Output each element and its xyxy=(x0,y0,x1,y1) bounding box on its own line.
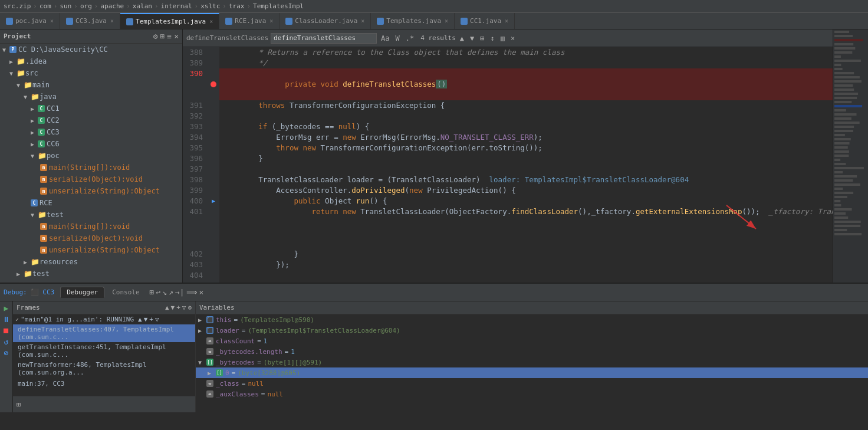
next-result-btn[interactable]: ▼ xyxy=(468,34,476,42)
tree-cc6[interactable]: ▶ C CC6 xyxy=(0,138,182,150)
var-bytecodes-0[interactable]: ▶ [] 0 = (byte[3288]@605) xyxy=(196,367,868,378)
tab-close-poc[interactable]: × xyxy=(50,18,54,24)
tree-cc2[interactable]: ▶ C CC2 xyxy=(0,114,182,126)
tree-rce[interactable]: C RCE xyxy=(0,197,182,209)
tab-close-rce[interactable]: × xyxy=(269,18,273,24)
close-search-btn[interactable]: × xyxy=(509,34,517,42)
debug-layout-icon[interactable]: ⊞ xyxy=(150,288,154,297)
frames-sort-btn[interactable]: ▲ xyxy=(165,304,169,311)
tree-test[interactable]: ▼ 📁 test xyxy=(0,209,182,221)
search-options-aa[interactable]: Aa xyxy=(379,34,391,42)
tab-close-cc3[interactable]: × xyxy=(110,18,114,24)
tab-close-templatesimpl[interactable]: × xyxy=(209,18,213,25)
breadcrumb-xsltc[interactable]: xsltc xyxy=(200,2,220,10)
step-over-icon[interactable]: ↩ xyxy=(156,288,160,297)
stop-icon[interactable]: ⏹ xyxy=(2,326,10,335)
tree-test-unserialize[interactable]: m unserialize(String):Object xyxy=(0,244,182,256)
pause-icon[interactable]: ⏸ xyxy=(2,315,10,324)
mute-breakpoints-icon[interactable]: ⊘ xyxy=(4,349,9,357)
code-editor[interactable]: 388 * Returns a reference to the Class o… xyxy=(183,47,833,283)
gear-icon[interactable]: ≡ xyxy=(167,32,172,41)
tree-main[interactable]: ▼ 📁 main xyxy=(0,79,182,91)
frame-item-2[interactable]: newTransformer:486, TemplatesImpl (com.s… xyxy=(13,360,195,378)
run-to-cursor-icon[interactable]: →| xyxy=(175,288,185,297)
tree-poc[interactable]: ▼ 📁 poc xyxy=(0,150,182,162)
tab-poc-java[interactable]: poc.java × xyxy=(0,13,60,29)
breadcrumb-com[interactable]: com xyxy=(40,2,51,10)
restart-icon[interactable]: ↺ xyxy=(4,337,9,346)
tab-close-cc1[interactable]: × xyxy=(505,18,508,24)
breadcrumb-templatesimpl[interactable]: TemplatesImpl xyxy=(253,2,304,10)
frames-settings-btn[interactable]: ⚙ xyxy=(188,304,192,311)
var-class[interactable]: ▶ ∞ _class = null xyxy=(196,378,868,389)
tree-root-cc[interactable]: ▼ P CC D:\JavaSecurity\CC xyxy=(0,44,182,55)
tree-poc-unserialize[interactable]: m unserialize(String):Object xyxy=(0,185,182,197)
breadcrumb-apache[interactable]: apache xyxy=(100,2,124,10)
var-classcount[interactable]: ▶ ∞ classCount = 1 xyxy=(196,336,868,346)
method-icon: m xyxy=(40,164,47,171)
close-icon[interactable]: × xyxy=(174,32,179,41)
tab-cc3-java[interactable]: CC3.java × xyxy=(60,13,120,29)
close-debug-icon[interactable]: × xyxy=(199,288,204,297)
variables-header: Variables xyxy=(196,301,868,314)
frame-item-1[interactable]: getTransletInstance:451, TemplatesImpl (… xyxy=(13,342,195,360)
tree-target[interactable]: ▼ 📁 target xyxy=(0,280,182,283)
settings-icon[interactable]: ⚙ xyxy=(153,32,158,41)
split-icon[interactable]: ⊞ xyxy=(160,32,165,41)
frames-add-btn[interactable]: + xyxy=(149,316,153,323)
var-loader[interactable]: ▶ ⬛ loader = (TemplatesImpl$TransletClas… xyxy=(196,325,868,336)
tab-console[interactable]: Console xyxy=(106,287,146,298)
breadcrumb-xalan[interactable]: xalan xyxy=(133,2,152,10)
search-input[interactable] xyxy=(271,33,377,44)
breadcrumb-internal[interactable]: internal xyxy=(161,2,192,10)
frames-down-btn[interactable]: ▼ xyxy=(171,304,175,311)
tab-rce-java[interactable]: RCE.java × xyxy=(219,13,280,29)
tree-test-serialize[interactable]: m serialize(Object):void xyxy=(0,232,182,244)
tab-close-templates[interactable]: × xyxy=(445,18,448,24)
tree-java[interactable]: ▼ 📁 java xyxy=(0,91,182,103)
search-options-w[interactable]: W xyxy=(394,34,402,42)
breadcrumb-sun[interactable]: sun xyxy=(60,2,71,10)
tree-resources[interactable]: ▶ 📁 resources xyxy=(0,256,182,268)
var-bytecodes-length[interactable]: ▶ ∞ _bytecodes.length = 1 xyxy=(196,346,868,357)
frames-running-thread[interactable]: ✓ "main"@1 in g...ain': RUNNING ▲ ▼ + ▽ xyxy=(13,314,195,324)
evaluate-icon[interactable]: ⟹ xyxy=(186,288,198,297)
tab-close-classloader[interactable]: × xyxy=(361,18,364,24)
tree-test-top[interactable]: ▶ 📁 test xyxy=(0,268,182,280)
step-into-icon[interactable]: ↘ xyxy=(162,288,167,297)
step-out-icon[interactable]: ↗ xyxy=(169,288,173,297)
options-btn[interactable]: ↕ xyxy=(489,34,497,42)
tree-cc3[interactable]: ▶ C CC3 xyxy=(0,126,182,138)
var-auxclasses[interactable]: ▶ ∞ _auxClasses = null xyxy=(196,389,868,399)
tree-poc-main[interactable]: m main(String[]):void xyxy=(0,162,182,173)
copy-stack-icon[interactable]: ⊞ xyxy=(17,401,21,409)
frame-item-0[interactable]: defineTransletClasses:407, TemplatesImpl… xyxy=(13,324,195,342)
frames-sort-up-btn[interactable]: ▲ xyxy=(138,316,142,323)
tab-cc1-java[interactable]: CC1.java × xyxy=(455,13,515,29)
filter-btn[interactable]: ▥ xyxy=(499,34,507,42)
tree-src[interactable]: ▼ 📁 src xyxy=(0,67,182,79)
folder-icon: 📁 xyxy=(17,57,25,65)
tree-cc1[interactable]: ▶ C CC1 xyxy=(0,103,182,114)
search-options-regex[interactable]: .* xyxy=(404,34,416,42)
frames-copy-btn[interactable]: + xyxy=(176,304,180,311)
tab-classloader-java[interactable]: ClassLoader.java × xyxy=(280,13,371,29)
tab-templatesimpl-java[interactable]: TemplatesImpl.java × xyxy=(120,13,219,29)
tab-debugger[interactable]: Debugger xyxy=(60,287,104,298)
frames-dropdown-btn[interactable]: ▽ xyxy=(155,316,159,323)
breadcrumb-trax[interactable]: trax xyxy=(229,2,245,10)
breadcrumb-src[interactable]: src.zip xyxy=(4,2,31,10)
prev-result-btn[interactable]: ▲ xyxy=(458,34,466,42)
var-bytecodes[interactable]: ▼ [] _bytecodes = (byte[1][]@591) xyxy=(196,357,868,367)
frame-item-3[interactable]: main:37, CC3 xyxy=(13,378,195,389)
resume-icon[interactable]: ▶ xyxy=(4,304,9,313)
tree-test-main[interactable]: m main(String[]):void xyxy=(0,221,182,232)
frames-filter-btn[interactable]: ▽ xyxy=(182,304,186,311)
var-this[interactable]: ▶ ⬛ this = (TemplatesImpl@590) xyxy=(196,314,868,325)
tab-templates-java[interactable]: Templates.java × xyxy=(371,13,455,29)
breadcrumb-org[interactable]: org xyxy=(80,2,92,10)
frames-sort-down-btn[interactable]: ▼ xyxy=(144,316,148,323)
tree-poc-serialize[interactable]: m serialize(Object):void xyxy=(0,173,182,185)
tree-idea[interactable]: ▶ 📁 .idea xyxy=(0,55,182,67)
replace-btn[interactable]: ⊞ xyxy=(478,34,486,42)
